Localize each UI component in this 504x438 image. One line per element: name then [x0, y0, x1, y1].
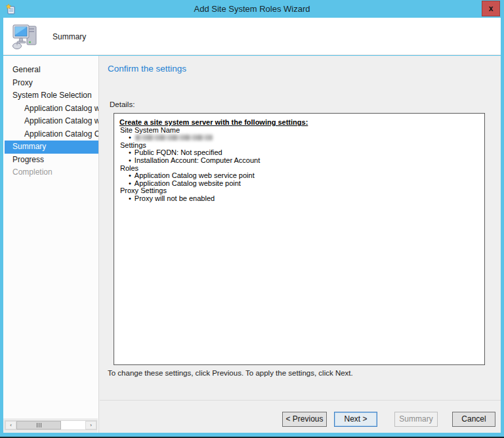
sidebar-item-app-catalog-web-service[interactable]: Application Catalog web [3, 102, 98, 116]
sidebar-item-app-catalog-customizations[interactable]: Application Catalog Cust [3, 128, 98, 141]
button-bar-divider [100, 400, 501, 401]
details-label: Details: [110, 100, 135, 108]
sidebar-horizontal-scrollbar[interactable]: ‹ › [5, 420, 97, 430]
wizard-step-list: General Proxy System Role Selection Appl… [3, 64, 98, 179]
footer-instruction-text: To change these settings, click Previous… [108, 369, 353, 377]
previous-button[interactable]: < Previous [282, 412, 327, 427]
details-bullet [119, 134, 479, 142]
details-bullet: Installation Account: Computer Account [119, 157, 479, 165]
details-section-site-system-name: Site System Name [119, 127, 479, 135]
wizard-header: Summary [3, 18, 501, 55]
sidebar-scroll-strip: ‹ › [3, 418, 98, 433]
wizard-body: General Proxy System Role Selection Appl… [3, 56, 501, 433]
sidebar-item-general[interactable]: General [3, 64, 98, 77]
window-title: Add Site System Roles Wizard [0, 4, 504, 14]
details-bullet: Application Catalog website point [119, 180, 479, 188]
scrollbar-thumb[interactable] [16, 421, 61, 429]
next-button[interactable]: Next > [334, 412, 377, 427]
details-title: Create a site system server with the fol… [119, 119, 479, 127]
details-bullet: Proxy will not be enabled [119, 195, 479, 203]
sidebar-item-completion: Completion [3, 166, 98, 179]
scroll-left-icon[interactable]: ‹ [5, 421, 16, 429]
scroll-right-icon[interactable]: › [85, 421, 96, 429]
scrollbar-track[interactable] [61, 421, 85, 429]
page-title: Confirm the settings [108, 64, 186, 74]
computer-icon [11, 22, 40, 51]
cancel-button[interactable]: Cancel [452, 412, 495, 427]
titlebar[interactable]: Add Site System Roles Wizard x [0, 0, 504, 18]
sidebar-item-app-catalog-website[interactable]: Application Catalog webs [3, 115, 98, 128]
redacted-site-system-name [135, 135, 213, 141]
sidebar-item-summary[interactable]: Summary [5, 141, 98, 154]
sidebar-item-proxy[interactable]: Proxy [3, 77, 98, 90]
sidebar-item-progress[interactable]: Progress [3, 154, 98, 167]
sidebar-item-system-role-selection[interactable]: System Role Selection [3, 89, 98, 102]
details-box: Create a site system server with the fol… [114, 113, 485, 365]
summary-button: Summary [394, 412, 438, 427]
details-bullet: Application Catalog web service point [119, 172, 479, 180]
wizard-steps-sidebar: General Proxy System Role Selection Appl… [3, 56, 99, 433]
header-step-title: Summary [52, 32, 86, 41]
wizard-main-panel: Confirm the settings Details: Create a s… [100, 56, 501, 433]
wizard-window: Add Site System Roles Wizard x Summary G… [0, 0, 504, 438]
close-icon[interactable]: x [482, 1, 500, 16]
